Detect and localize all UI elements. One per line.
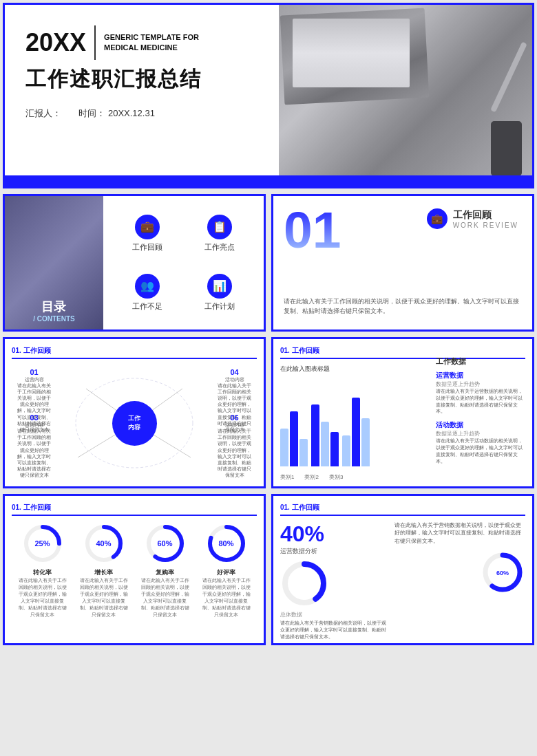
prog-pct-2: 40% xyxy=(96,539,111,548)
prog-pct-1: 25% xyxy=(34,539,50,548)
bar-3a xyxy=(342,435,350,466)
slide5-data-right: 工作数据 运营数据 数据呈逐上升趋势 请在此输入有关于运营数据的相关说明，以便于… xyxy=(436,356,525,470)
menu-item-2: 📋 工作亮点 xyxy=(186,206,253,260)
prog-item-1: 25% 转化率 请在此输入有关于工作回顾的相关说明，以便于观众更好的理解，输入文… xyxy=(19,523,67,618)
prog-circle-1: 25% xyxy=(22,523,63,564)
data-category-2: 活动数据 数据呈逐上升趋势 请在此输入有关于活动数据的相关说明，以便于观众更好的… xyxy=(436,420,525,464)
chart-group-3 xyxy=(342,398,370,466)
bar-2b xyxy=(321,422,329,466)
prog-sublabel-2: 请在此输入有关于工作回顾的相关说明，以便于观众更好的理解，输入文字时可以直接复制… xyxy=(80,577,128,618)
slide-6: 01. 工作回顾 25% 转化率 请在此输入有关于工作回顾的相关说明，以便于观众… xyxy=(3,494,266,645)
slide-3-icon: 💼 xyxy=(427,208,448,229)
slide-3-header: 💼 工作回顾 WORK REVIEW xyxy=(427,208,518,229)
prog-item-2: 40% 增长率 请在此输入有关于工作回顾的相关说明，以便于观众更好的理解，输入文… xyxy=(80,523,128,618)
pct-label-1: 运营数据分析 xyxy=(280,547,388,556)
menu-text-1: 工作回顾 xyxy=(132,242,162,252)
prog-item-3: 60% 复购率 请在此输入有关于工作回顾的相关说明，以便于观众更好的理解，输入文… xyxy=(141,523,189,618)
bar-2c xyxy=(330,432,339,466)
slide-1-template: GENERIC TEMPLATE FOR MEDICAL MEDICINE xyxy=(104,32,199,54)
slide-1-year: 20XX xyxy=(25,28,86,57)
data-category-1: 运营数据 数据呈逐上升趋势 请在此输入有关于运营数据的相关说明，以便于观众更好的… xyxy=(436,371,525,415)
prog-item-4: 80% 好评率 请在此输入有关于工作回顾的相关说明，以便于观众更好的理解，输入文… xyxy=(202,523,251,618)
slide-3-title-block: 工作回顾 WORK REVIEW xyxy=(453,209,518,229)
prog-circle-3: 60% xyxy=(145,523,186,564)
slide-4: 01. 工作回顾 工作 内容 01 运营内容 请在此输入有关于工作回顾的相关说明… xyxy=(3,337,266,488)
bar-3b xyxy=(352,398,360,466)
slide-1-left: 20XX GENERIC TEMPLATE FOR MEDICAL MEDICI… xyxy=(5,5,295,186)
prog-pct-3: 60% xyxy=(157,539,172,548)
blue-bar-bottom xyxy=(5,175,532,186)
slide-1: 20XX GENERIC TEMPLATE FOR MEDICAL MEDICI… xyxy=(3,3,534,188)
orbit-item-3: 03 运营内容 请在此输入有关于工作回顾的相关说明，以便于观众更好的理解，输入文… xyxy=(15,413,53,478)
slide4-section-header: 01. 工作回顾 xyxy=(12,346,257,359)
menu-icon-4: 📊 xyxy=(207,274,232,299)
toc-label: 目录 / CONTENTS xyxy=(5,299,103,323)
donut-main-svg xyxy=(280,559,328,607)
slide7-right: 请在此输入有关于营销数据相关说明，以便于观众更好的理解，输入文字时可以直接复制、… xyxy=(394,521,525,645)
chart-group-2 xyxy=(311,404,339,466)
menu-item-3: 👥 工作不足 xyxy=(114,266,181,319)
center-circle: 工作 内容 xyxy=(112,401,157,446)
slide-1-photo xyxy=(279,5,532,186)
menu-icon-1: 💼 xyxy=(135,215,160,239)
big-pct-1: 40% xyxy=(280,521,324,547)
menu-item-4: 📊 工作计划 xyxy=(186,266,253,319)
general-body: 请在此输入有关于营销数据的相关说明，以便于观众更好的理解，输入文字时可以直接复制… xyxy=(280,620,388,640)
bar-2a xyxy=(311,404,319,466)
slide6-section-header: 01. 工作回顾 xyxy=(12,503,257,516)
slide-3-number: 01 xyxy=(284,204,341,256)
prog-circle-4: 80% xyxy=(206,523,247,564)
menu-text-4: 工作计划 xyxy=(204,301,235,312)
orbit-item-4: 06 活动内容 请在此输入关于工作回顾的相关说明，以便于观众更好的理解，输入文字… xyxy=(215,413,253,478)
prog-sublabel-3: 请在此输入有关于工作回顾的相关说明，以便于观众更好的理解，输入文字时可以直接复制… xyxy=(141,577,189,618)
bar-3c xyxy=(361,418,370,466)
slide-7: 01. 工作回顾 40% 运营数据分析 总体数据 请在此输入有关于营销数据的相关… xyxy=(271,494,534,645)
prog-circle-2: 40% xyxy=(83,523,125,564)
svg-text:60%: 60% xyxy=(496,570,509,576)
general-title: 总体数据 xyxy=(280,611,388,618)
prog-pct-4: 80% xyxy=(218,539,233,548)
slide-2: 目录 / CONTENTS 💼 工作回顾 📋 工作亮点 👥 工作不足 xyxy=(3,194,266,332)
prog-sublabel-1: 请在此输入有关于工作回顾的相关说明，以便于观众更好的理解，输入文字时可以直接复制… xyxy=(19,577,67,618)
bar-1b xyxy=(290,411,298,466)
menu-icon-2: 📋 xyxy=(207,215,232,239)
prog-sublabel-4: 请在此输入有关于工作回顾的相关说明，以便于观众更好的理解，输入文字时可以直接复制… xyxy=(202,577,251,618)
prog-label-2: 增长率 xyxy=(94,568,113,577)
chart-group-1 xyxy=(280,411,308,466)
slide-2-right: 💼 工作回顾 📋 工作亮点 👥 工作不足 📊 工作计划 xyxy=(103,196,264,330)
circle-diagram: 工作 内容 01 运营内容 请在此输入有关于工作回顾的相关说明，以便于观众更好的… xyxy=(12,365,257,482)
slide-3: 01 💼 工作回顾 WORK REVIEW 请在此输入有关于工作回顾的相关说明，… xyxy=(271,194,534,332)
menu-item-1: 💼 工作回顾 xyxy=(114,206,181,260)
slide-1-divider xyxy=(94,25,96,60)
bar-1a xyxy=(280,429,288,466)
slide-1-meta: 汇报人： 时间： 20XX.12.31 xyxy=(25,107,281,120)
slide-1-title: 工作述职汇报总结 xyxy=(25,65,281,94)
donut-right-svg: 60% xyxy=(481,550,525,595)
slide-3-body: 请在此输入有关于工作回顾的相关说明，以便于观众更好的理解。输入文字时可以直接复制… xyxy=(284,297,522,316)
bar-1c xyxy=(299,439,308,466)
slide7-inner: 40% 运营数据分析 总体数据 请在此输入有关于营销数据的相关说明，以便于观众更… xyxy=(280,521,525,645)
chart-labels: 类别1 类别2 类别3 xyxy=(280,473,525,481)
slide-5: 01. 工作回顾 在此输入图表标题 xyxy=(271,337,534,488)
progress-circles: 25% 转化率 请在此输入有关于工作回顾的相关说明，以便于观众更好的理解，输入文… xyxy=(12,523,257,618)
menu-text-3: 工作不足 xyxy=(132,301,162,312)
prog-label-4: 好评率 xyxy=(217,568,235,577)
prog-label-3: 复购率 xyxy=(156,568,174,577)
slide7-section-header: 01. 工作回顾 xyxy=(280,503,525,516)
menu-icon-3: 👥 xyxy=(135,274,160,299)
prog-label-1: 转化率 xyxy=(33,568,52,577)
menu-text-2: 工作亮点 xyxy=(204,242,235,252)
slide-2-left: 目录 / CONTENTS xyxy=(5,196,103,330)
slide7-left: 40% 运营数据分析 总体数据 请在此输入有关于营销数据的相关说明，以便于观众更… xyxy=(280,521,388,645)
